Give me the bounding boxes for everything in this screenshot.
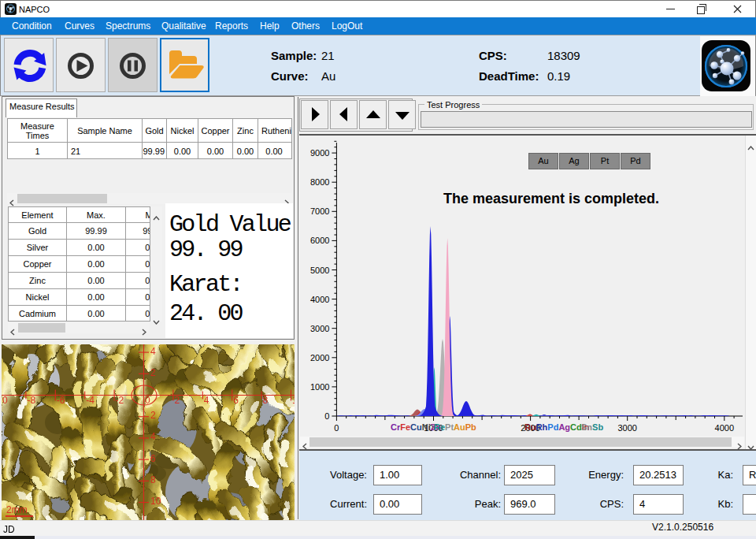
svg-text:1000: 1000: [310, 382, 329, 392]
svg-text:10: 10: [150, 496, 161, 507]
svg-text:-8: -8: [27, 395, 35, 406]
svg-text:8: 8: [150, 474, 156, 485]
svg-text:-4: -4: [86, 395, 94, 406]
svg-text:4: 4: [150, 431, 156, 442]
svg-text:2mm: 2mm: [6, 504, 28, 515]
svg-text:0: 0: [324, 411, 329, 421]
svg-text:9000: 9000: [310, 148, 329, 158]
svg-text:0: 0: [145, 395, 150, 406]
svg-text:4000: 4000: [310, 295, 329, 304]
svg-text:7000: 7000: [310, 206, 329, 216]
svg-text:0: 0: [2, 395, 8, 406]
svg-text:RePtAuPb: RePtAuPb: [434, 422, 476, 432]
svg-text:1: 1: [292, 395, 295, 406]
svg-text:2: 2: [150, 410, 156, 421]
svg-text:2: 2: [150, 367, 156, 378]
svg-text:6: 6: [150, 453, 156, 464]
svg-text:RuRhPdAgCdIn: RuRhPdAgCdIn: [524, 422, 590, 432]
svg-text:-2: -2: [116, 395, 124, 406]
svg-text:6: 6: [233, 395, 239, 406]
svg-text:4000: 4000: [715, 423, 734, 433]
svg-text:6000: 6000: [310, 236, 329, 245]
svg-text:-6: -6: [57, 395, 65, 406]
svg-text:5000: 5000: [310, 266, 329, 275]
svg-text:2: 2: [174, 395, 180, 406]
svg-text:3000: 3000: [310, 324, 329, 333]
svg-text:3000: 3000: [617, 423, 636, 433]
svg-text:4: 4: [150, 346, 156, 357]
svg-text:0: 0: [334, 423, 339, 433]
svg-text:SnSb: SnSb: [581, 422, 603, 432]
svg-text:8: 8: [263, 395, 269, 406]
svg-text:2000: 2000: [310, 353, 329, 362]
svg-text:8000: 8000: [310, 177, 329, 187]
svg-text:4: 4: [204, 395, 209, 406]
